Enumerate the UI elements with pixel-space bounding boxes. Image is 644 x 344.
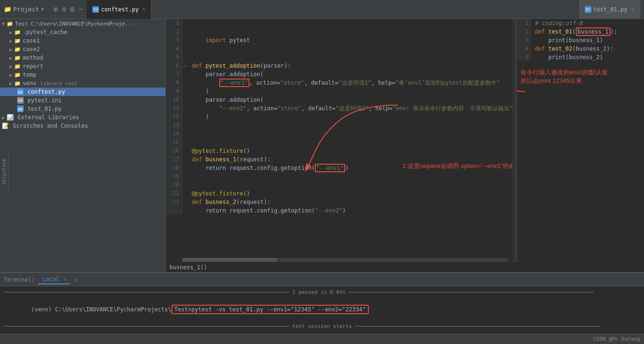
tab-test01[interactable]: py test_01.py ×: [579, 0, 640, 19]
terminal-add-button[interactable]: +: [74, 276, 78, 283]
sidebar-item-scratches[interactable]: 📝 Scratches and Consoles: [0, 122, 165, 130]
arrow-collapsed-icon: ▶: [9, 30, 12, 35]
code-content[interactable]: import pytest def pytest_addoption(parse…: [188, 19, 512, 215]
terminal-local-label: Local: [42, 276, 59, 282]
test01-tab-icon: py: [585, 6, 591, 13]
sidebar-item-method[interactable]: ▶ 📁 method: [0, 53, 165, 62]
right-line-3: print(busness_1): [535, 36, 640, 44]
code-line-5: [192, 53, 512, 62]
sidebar-item-temp[interactable]: ▶ 📁 temp: [0, 71, 165, 79]
conftest-tab-icon: py: [92, 6, 99, 13]
terminal-cmd-text: Test>pytest -vs test_01.py --env1="12345…: [174, 306, 366, 313]
title-bar: 📁 Project ▼ ⊕ ≑ ⚙ − py conftest.py × py …: [0, 0, 644, 19]
code-line-20: [192, 181, 512, 189]
library-root-label: library root: [40, 80, 78, 87]
structure-tab[interactable]: Structure: [0, 153, 9, 191]
sidebar-item-conftest[interactable]: py conftest.py: [0, 88, 165, 96]
settings-icon[interactable]: ⚙: [70, 5, 75, 14]
folder-icon-temp: 📁: [14, 72, 21, 78]
line-num-15: 15: [166, 138, 179, 147]
line-num-6: 6: [166, 62, 179, 70]
code-line-8: "--env1", action="store", default="这是环境1…: [192, 79, 512, 87]
annotation-line2: 所以会print 12345出来: [520, 77, 640, 85]
arrow-collapsed-icon: ▶: [9, 47, 12, 52]
compass-icon[interactable]: ⊕: [54, 5, 58, 14]
main-editor[interactable]: 1 2 3 4 5 6 7 8 9 10 11 12 13: [166, 19, 512, 262]
tab-conftest-label: conftest.py: [101, 6, 138, 13]
code-line-12: ): [192, 113, 512, 121]
code-line-11: "--env2", action="store", default="这是环境2…: [192, 104, 512, 113]
code-line-15: [192, 138, 512, 147]
folder-icon-case1: 📁: [14, 38, 21, 44]
sidebar-item-external-libraries[interactable]: ▶ 📊 External Libraries: [0, 113, 165, 122]
terminal-close-icon[interactable]: ×: [63, 277, 66, 282]
terminal-tab-local[interactable]: Local ×: [38, 275, 70, 284]
minimap[interactable]: [512, 19, 516, 262]
line-num-16: 16: [166, 147, 179, 155]
sidebar-item-case2[interactable]: ▶ 📁 case2: [0, 45, 165, 53]
filter-icon[interactable]: ≑: [62, 5, 66, 14]
line-num-2: 2: [166, 27, 179, 36]
terminal-session-text: test session starts: [292, 323, 352, 329]
line-numbers: 1 2 3 4 5 6 7 8 9 10 11 12 13: [166, 19, 182, 215]
project-dropdown-icon: ▼: [41, 7, 44, 12]
sidebar-item-test01[interactable]: py test_01.py: [0, 105, 165, 113]
folder-icon-method: 📁: [14, 55, 21, 61]
fold-indicators: −: [182, 19, 188, 215]
code-line-7: parser.addoption(: [192, 70, 512, 79]
right-line-4: def test_02(busness_2):: [535, 44, 640, 53]
line-num-5: 5: [166, 53, 179, 62]
terminal-content[interactable]: ────────────────────────────────────────…: [0, 286, 644, 334]
sidebar-item-test-root[interactable]: ▼ 📁 Test C:\Users\INOVANCE\PycharmProje.…: [0, 20, 165, 28]
breadcrumb-text: busness_1(): [170, 264, 207, 271]
sidebar-label-pytest-cache: .pytest_cache: [23, 29, 67, 35]
line-num-19: 19: [166, 172, 179, 181]
project-panel-header[interactable]: 📁 Project ▼: [4, 6, 44, 13]
app: 📁 Project ▼ ⊕ ≑ ⚙ − py conftest.py × py …: [0, 0, 644, 344]
minimize-icon[interactable]: −: [79, 5, 83, 14]
scratches-icon: 📝: [2, 123, 9, 129]
tab-test01-close[interactable]: ×: [631, 7, 634, 12]
project-label: Project: [13, 6, 39, 13]
line-num-21: 21: [166, 189, 179, 198]
horizontal-scrollbar[interactable]: [182, 258, 509, 262]
code-line-18: return request.config.getoption("--env1"…: [192, 164, 512, 172]
scrollbar-thumb[interactable]: [182, 258, 277, 262]
sidebar-item-pytest-cache[interactable]: ▶ 📁 .pytest_cache: [0, 28, 165, 36]
sidebar-item-report[interactable]: ▶ 📁 report: [0, 62, 165, 71]
code-line-3: import pytest: [192, 36, 512, 44]
code-line-6: def pytest_addoption(parser):: [192, 62, 512, 70]
sidebar-label-case1: case1: [23, 37, 40, 44]
code-line-10: parser.addoption(: [192, 96, 512, 104]
line-num-13: 13: [166, 121, 179, 130]
line-num-8: 8: [166, 79, 179, 87]
line-num-18: 18: [166, 164, 179, 172]
code-line-19: [192, 172, 512, 181]
ini-file-icon: in: [17, 97, 24, 104]
right-ln-3: 3: [519, 36, 528, 44]
arrow-collapsed-icon: ▶: [2, 115, 5, 120]
tab-conftest[interactable]: py conftest.py ×: [87, 0, 152, 19]
sidebar-label-method: method: [23, 54, 43, 61]
arrow-collapsed-icon: ▶: [9, 38, 12, 44]
code-line-4: [192, 44, 512, 53]
right-panel[interactable]: 1 2 3 4 5 # coding:utf-8 def test_01(bus…: [516, 19, 644, 262]
sidebar-item-case1[interactable]: ▶ 📁 case1: [0, 36, 165, 45]
sidebar-tree[interactable]: ▼ 📁 Test C:\Users\INOVANCE\PycharmProje.…: [0, 19, 165, 272]
right-annotation: 命令行输入修改的env1的默认值， 所以会print 12345出来: [517, 66, 644, 87]
line-num-9: 9: [166, 87, 179, 96]
external-lib-icon: 📊: [7, 114, 14, 121]
code-line-22: def busness_2(request):: [192, 198, 512, 206]
line-num-20: 20: [166, 181, 179, 189]
sidebar-item-pytest-ini[interactable]: in pytest.ini: [0, 96, 165, 105]
editor-split: 1 2 3 4 5 6 7 8 9 10 11 12 13: [166, 19, 644, 262]
folder-icon-case2: 📁: [14, 46, 21, 53]
sidebar-label-test: Test C:\Users\INOVANCE\PycharmProje...: [15, 21, 134, 27]
line-num-22: 22: [166, 198, 179, 206]
sidebar-item-venv[interactable]: ▶ 📁 venv library root: [0, 79, 165, 88]
status-bar: CSDN @Mr DaYang: [0, 334, 644, 344]
tab-conftest-close[interactable]: ×: [143, 7, 145, 12]
terminal-dashed-line: ────────────────────────────────────────…: [4, 288, 640, 297]
line-num-7: 7: [166, 70, 179, 79]
code-line-21: @pytest.fixture(): [192, 189, 512, 198]
